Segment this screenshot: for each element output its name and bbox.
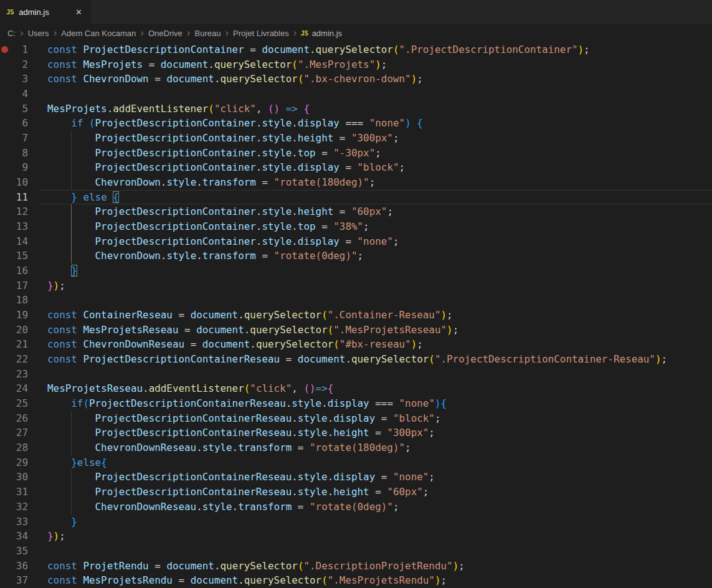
breadcrumb-item[interactable]: Users: [27, 29, 50, 38]
code-text[interactable]: ProjectDescriptionContainer.style.displa…: [39, 234, 399, 249]
code-line[interactable]: 25 if(ProjectDescriptionContainerReseau.…: [0, 396, 712, 411]
code-text[interactable]: const ProjectDescriptionContainerReseau …: [39, 352, 667, 367]
code-text[interactable]: });: [39, 529, 65, 544]
line-number[interactable]: 9: [0, 160, 39, 175]
code-line[interactable]: 14 ProjectDescriptionContainer.style.dis…: [0, 234, 712, 249]
code-text[interactable]: [39, 367, 47, 382]
code-line[interactable]: 10 ChevronDown.style.transform = "rotate…: [0, 175, 712, 190]
line-number[interactable]: 31: [0, 485, 39, 500]
line-number[interactable]: 20: [0, 323, 39, 338]
line-number[interactable]: 2: [0, 57, 39, 72]
code-text[interactable]: ProjectDescriptionContainerReseau.style.…: [39, 425, 435, 440]
code-line[interactable]: 4: [0, 87, 712, 102]
code-line[interactable]: 16 }: [0, 263, 712, 278]
code-line[interactable]: 18: [0, 293, 712, 308]
line-number[interactable]: 34: [0, 529, 39, 544]
code-text[interactable]: ChevronDown.style.transform = "rotate(18…: [39, 175, 375, 190]
code-line[interactable]: 30 ProjectDescriptionContainerReseau.sty…: [0, 470, 712, 485]
line-number[interactable]: 16: [0, 263, 39, 278]
code-text[interactable]: ChevronDown.style.transform = "rotate(0d…: [39, 249, 363, 263]
line-number[interactable]: 22: [0, 352, 39, 367]
code-line[interactable]: 6 if (ProjectDescriptionContainer.style.…: [0, 116, 712, 131]
code-text[interactable]: ProjectDescriptionContainerReseau.style.…: [39, 470, 435, 485]
code-line[interactable]: 2const MesProjets = document.querySelect…: [0, 57, 712, 72]
line-number[interactable]: 12: [0, 204, 39, 219]
code-line[interactable]: 34});: [0, 529, 712, 544]
close-tab-icon[interactable]: ✕: [73, 6, 85, 18]
code-line[interactable]: 7 ProjectDescriptionContainer.style.heig…: [0, 131, 712, 146]
line-number[interactable]: 4: [0, 87, 39, 102]
code-line[interactable]: 27 ProjectDescriptionContainerReseau.sty…: [0, 425, 712, 440]
code-text[interactable]: ProjectDescriptionContainer.style.top = …: [39, 219, 369, 234]
code-line[interactable]: 22const ProjectDescriptionContainerResea…: [0, 352, 712, 367]
code-text[interactable]: [39, 87, 47, 102]
line-number[interactable]: 6: [0, 116, 39, 131]
line-number[interactable]: 26: [0, 411, 39, 426]
code-line[interactable]: 19const ContainerReseau = document.query…: [0, 308, 712, 323]
code-text[interactable]: }: [39, 263, 77, 278]
line-number[interactable]: 19: [0, 308, 39, 323]
code-text[interactable]: ChevronDownReseau.style.transform = "rot…: [39, 440, 411, 455]
line-number[interactable]: 11: [0, 190, 39, 205]
breakpoint-dot[interactable]: [1, 46, 8, 53]
line-number[interactable]: 24: [0, 381, 39, 396]
code-text[interactable]: if (ProjectDescriptionContainer.style.di…: [39, 116, 423, 131]
code-line[interactable]: 33 }: [0, 514, 712, 529]
code-line[interactable]: 32 ChevronDownReseau.style.transform = "…: [0, 500, 712, 514]
code-text[interactable]: const MesProjetsRendu = document.querySe…: [39, 573, 447, 588]
code-line[interactable]: 36const ProjetRendu = document.querySele…: [0, 559, 712, 574]
line-number[interactable]: 32: [0, 500, 39, 514]
code-line[interactable]: 5MesProjets.addEventListener("click", ()…: [0, 102, 712, 116]
line-number[interactable]: 13: [0, 219, 39, 234]
code-line[interactable]: 29 }else{: [0, 455, 712, 470]
line-number[interactable]: 7: [0, 131, 39, 146]
code-line[interactable]: 28 ChevronDownReseau.style.transform = "…: [0, 440, 712, 455]
code-text[interactable]: ProjectDescriptionContainer.style.displa…: [39, 160, 405, 175]
code-line[interactable]: 24MesProjetsReseau.addEventListener("cli…: [0, 381, 712, 396]
code-line[interactable]: 23: [0, 367, 712, 382]
breadcrumb-item[interactable]: C:: [7, 29, 16, 38]
code-text[interactable]: }: [39, 514, 77, 529]
line-number[interactable]: 33: [0, 514, 39, 529]
code-text[interactable]: const ProjetRendu = document.querySelect…: [39, 559, 465, 574]
breadcrumb-file[interactable]: JSadmin.js: [300, 29, 342, 38]
code-text[interactable]: ChevronDownReseau.style.transform = "rot…: [39, 500, 399, 514]
line-number[interactable]: 5: [0, 102, 39, 116]
line-number[interactable]: 15: [0, 249, 39, 263]
code-line[interactable]: 12 ProjectDescriptionContainer.style.hei…: [0, 204, 712, 219]
line-number[interactable]: 30: [0, 470, 39, 485]
line-number[interactable]: 35: [0, 544, 39, 559]
code-text[interactable]: const ProjectDescriptionContainer = docu…: [39, 42, 590, 57]
code-text[interactable]: MesProjets.addEventListener("click", () …: [39, 102, 310, 116]
code-text[interactable]: ProjectDescriptionContainer.style.height…: [39, 204, 393, 219]
breadcrumb-item[interactable]: Adem Can Kocaman: [60, 29, 136, 38]
line-number[interactable]: 37: [0, 573, 39, 588]
code-text[interactable]: MesProjetsReseau.addEventListener("click…: [39, 381, 333, 396]
breadcrumb-item[interactable]: Projet Livrables: [232, 29, 290, 38]
line-number[interactable]: 3: [0, 72, 39, 87]
line-number[interactable]: 18: [0, 293, 39, 308]
code-line[interactable]: 20const MesProjetsReseau = document.quer…: [0, 323, 712, 338]
line-number[interactable]: 21: [0, 337, 39, 352]
breadcrumb-item[interactable]: OneDrive: [148, 29, 183, 38]
code-text[interactable]: ProjectDescriptionContainer.style.top = …: [39, 146, 381, 161]
code-text[interactable]: ProjectDescriptionContainer.style.height…: [39, 131, 399, 146]
code-text[interactable]: const ChevronDownReseau = document.query…: [39, 337, 423, 352]
line-number[interactable]: 14: [0, 234, 39, 249]
line-number[interactable]: 36: [0, 559, 39, 574]
code-line[interactable]: 17});: [0, 278, 712, 293]
code-line[interactable]: 3const ChevronDown = document.querySelec…: [0, 72, 712, 87]
code-text[interactable]: if(ProjectDescriptionContainerReseau.sty…: [39, 396, 447, 411]
code-text[interactable]: [39, 544, 47, 559]
code-line[interactable]: 8 ProjectDescriptionContainer.style.top …: [0, 146, 712, 161]
code-text[interactable]: ProjectDescriptionContainerReseau.style.…: [39, 411, 441, 426]
line-number[interactable]: 1: [0, 42, 39, 57]
line-number[interactable]: 23: [0, 367, 39, 382]
code-line[interactable]: 13 ProjectDescriptionContainer.style.top…: [0, 219, 712, 234]
code-line[interactable]: 31 ProjectDescriptionContainerReseau.sty…: [0, 485, 712, 500]
code-text[interactable]: const MesProjets = document.querySelecto…: [39, 57, 387, 72]
code-line[interactable]: 21const ChevronDownReseau = document.que…: [0, 337, 712, 352]
code-text[interactable]: const ContainerReseau = document.querySe…: [39, 308, 453, 323]
line-number[interactable]: 25: [0, 396, 39, 411]
code-line[interactable]: 9 ProjectDescriptionContainer.style.disp…: [0, 160, 712, 175]
